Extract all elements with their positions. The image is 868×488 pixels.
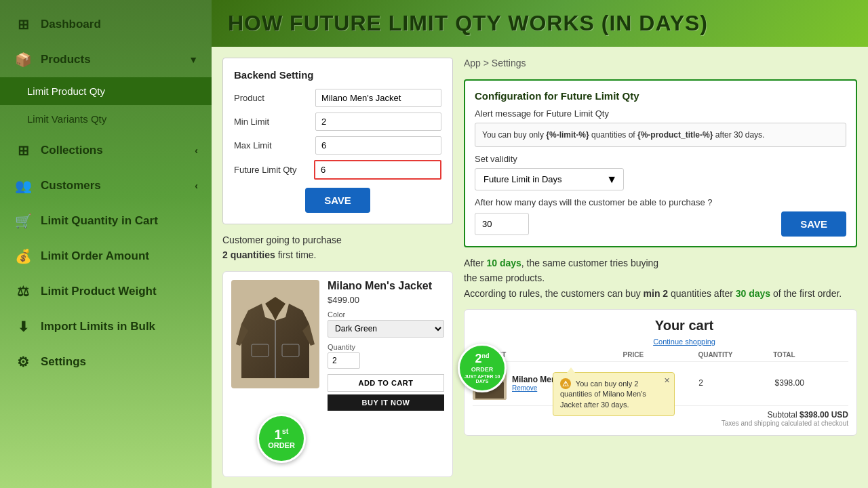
settings-icon: ⚙ xyxy=(14,352,33,371)
alert-label: Alert message for Future Limit Qty xyxy=(475,108,846,119)
future-limit-label: Future Limit Qty xyxy=(234,165,309,175)
color-select[interactable]: Dark Green xyxy=(328,320,444,338)
chevron-left-icon: ‹ xyxy=(195,145,198,156)
sidebar-item-limit-variants-qty[interactable]: Limit Variants Qty xyxy=(0,105,212,133)
weight-icon: ⚖ xyxy=(14,282,33,301)
order-num: 1st xyxy=(275,428,289,441)
after-text2: , the same customer tries buying xyxy=(521,258,658,268)
dashboard-icon: ⊞ xyxy=(14,15,33,34)
product-mockup: Milano Men's Jacket $499.00 Color Dark G… xyxy=(222,271,453,477)
customers-icon: 👥 xyxy=(14,176,33,195)
color-label: Color xyxy=(328,310,444,319)
sidebar-item-limit-quantity-cart[interactable]: 🛒 Limit Quantity in Cart xyxy=(0,203,212,239)
sidebar-item-label: Customers xyxy=(41,179,101,192)
days-input[interactable] xyxy=(475,213,529,235)
min-limit-input[interactable] xyxy=(315,113,441,131)
subtotal-value: $398.00 USD xyxy=(800,410,848,420)
validity-label: Set validity xyxy=(475,154,846,164)
sidebar-item-dashboard[interactable]: ⊞ Dashboard xyxy=(0,7,212,42)
cart-taxes: Taxes and shipping calculated at checkou… xyxy=(473,420,848,427)
page-title: HOW FUTURE LIMIT QTY WORKS (IN DAYS) xyxy=(228,11,852,36)
collections-icon: ⊞ xyxy=(14,141,33,160)
cart-mockup: 2nd ORDER JUST AFTER 10 DAYS Your cart C… xyxy=(464,309,857,436)
col-total: TOTAL xyxy=(773,351,848,359)
sidebar-item-customers[interactable]: 👥 Customers ‹ xyxy=(0,168,212,203)
alert-message-box: You can buy only {%-limit-%} quantities … xyxy=(475,123,846,147)
main-content: HOW FUTURE LIMIT QTY WORKS (IN DAYS) Bac… xyxy=(212,0,868,488)
limit-placeholder: {%-limit-%} xyxy=(546,130,589,140)
after-text4: According to rules, the customers can bu… xyxy=(464,288,641,299)
max-limit-label: Max Limit xyxy=(234,140,310,150)
max-limit-input[interactable] xyxy=(315,136,441,155)
product-mockup-inner: Milano Men's Jacket $499.00 Color Dark G… xyxy=(231,280,444,411)
backend-save-button[interactable]: SAVE xyxy=(305,188,370,213)
backend-setting-card: Backend Setting Product Min Limit Max Li… xyxy=(222,58,453,224)
days-highlight2: 30 days xyxy=(736,288,770,299)
sidebar: ⊞ Dashboard 📦 Products ▼ Limit Product Q… xyxy=(0,0,212,488)
days-question: After how many days will the customer be… xyxy=(475,197,846,207)
warning-icon: ⚠ xyxy=(560,378,571,389)
buy-now-button[interactable]: BUY IT NOW xyxy=(328,394,444,411)
product-details: Milano Men's Jacket $499.00 Color Dark G… xyxy=(328,280,444,411)
future-limit-input[interactable] xyxy=(314,160,441,180)
col-price: PRICE xyxy=(623,351,698,359)
product-label: Product xyxy=(234,93,310,103)
purchase-info: Customer going to purchase 2 quantities … xyxy=(222,232,453,263)
sidebar-item-products[interactable]: 📦 Products ▼ xyxy=(0,42,212,77)
config-card: Configuration for Future Limit Qty Alert… xyxy=(464,79,857,247)
order-sub: JUST AFTER 10 DAYS xyxy=(460,374,505,384)
continue-shopping-link[interactable]: Continue shopping xyxy=(473,338,848,346)
alert-tooltip: ✕ ⚠ You can buy only 2 quantities of Mil… xyxy=(553,372,675,416)
jacket-illustration xyxy=(235,283,316,385)
products-icon: 📦 xyxy=(14,50,33,69)
import-icon: ⬇ xyxy=(14,317,33,336)
after-text6: of the first order. xyxy=(773,288,842,299)
qty-label: Quantity xyxy=(328,343,444,351)
cart-item-total: $398.00 xyxy=(775,378,848,388)
validity-select[interactable]: Future Limit in Days Future Limit in Wee… xyxy=(475,168,624,190)
product-price: $499.00 xyxy=(328,295,444,305)
add-to-cart-button[interactable]: ADD TO CART xyxy=(328,374,444,392)
config-title: Configuration for Future Limit Qty xyxy=(475,90,846,102)
min-highlight: min 2 xyxy=(644,288,669,299)
sidebar-item-settings[interactable]: ⚙ Settings xyxy=(0,344,212,380)
sidebar-item-label: Products xyxy=(41,53,91,66)
sidebar-item-import-limits[interactable]: ⬇ Import Limits in Bulk xyxy=(0,309,212,344)
sidebar-item-limit-product-weight[interactable]: ⚖ Limit Product Weight xyxy=(0,274,212,309)
order-label-2: ORDER xyxy=(471,366,494,373)
after-days-text: After 10 days, the same customer tries b… xyxy=(464,256,857,301)
sidebar-item-label: Import Limits in Bulk xyxy=(41,320,155,333)
order-icon: 💰 xyxy=(14,247,33,266)
content-area: Backend Setting Product Min Limit Max Li… xyxy=(212,47,868,488)
second-order-badge: 2nd ORDER JUST AFTER 10 DAYS xyxy=(458,344,507,392)
alert-tooltip-text: You can buy only 2 quantities of Milano … xyxy=(560,380,646,409)
right-panel: App > Settings Configuration for Future … xyxy=(464,58,857,477)
form-row-future: Future Limit Qty xyxy=(234,160,441,180)
chevron-down-icon: ▼ xyxy=(189,54,198,65)
cart-item-qty: 2 xyxy=(698,378,772,388)
sidebar-item-label: Collections xyxy=(41,144,103,157)
config-save-button[interactable]: SAVE xyxy=(781,211,846,237)
purchase-text3: first time. xyxy=(278,249,317,260)
after-text1: After xyxy=(464,258,486,268)
product-name: Milano Men's Jacket xyxy=(328,280,444,292)
qty-input[interactable] xyxy=(328,352,360,369)
product-title-placeholder: {%-product_title-%} xyxy=(637,130,713,140)
cart-title: Your cart xyxy=(473,318,848,333)
purchase-text1: Customer going to purchase xyxy=(222,235,342,245)
product-input[interactable] xyxy=(315,89,441,107)
sidebar-item-limit-product-qty[interactable]: Limit Product Qty xyxy=(0,77,212,105)
after-text5: quantities after xyxy=(671,288,733,299)
days-row: SAVE xyxy=(475,211,846,237)
sidebar-item-label: Settings xyxy=(41,355,86,369)
cart-table-header: PRODUCT PRICE QUANTITY TOTAL xyxy=(473,351,848,362)
purchase-qty: 2 quantities xyxy=(222,249,275,260)
close-icon[interactable]: ✕ xyxy=(664,375,670,386)
product-image xyxy=(231,280,319,388)
first-order-badge: 1st ORDER xyxy=(257,414,306,463)
order-label: ORDER xyxy=(268,441,295,449)
sidebar-item-limit-order-amount[interactable]: 💰 Limit Order Amount xyxy=(0,239,212,274)
form-row-min: Min Limit xyxy=(234,113,441,131)
validity-select-wrapper: Future Limit in Days Future Limit in Wee… xyxy=(475,168,624,190)
sidebar-item-collections[interactable]: ⊞ Collections ‹ xyxy=(0,133,212,168)
